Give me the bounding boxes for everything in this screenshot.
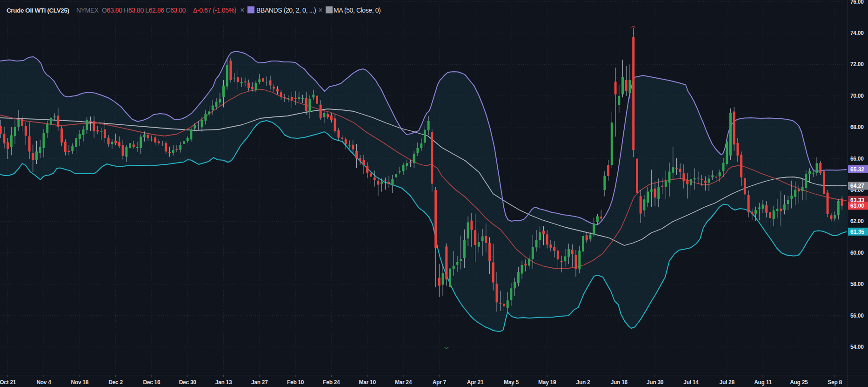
svg-text:65.32: 65.32 (850, 166, 864, 173)
svg-text:Mar 10: Mar 10 (359, 379, 376, 386)
svg-text:Nov 18: Nov 18 (71, 379, 89, 386)
svg-text:May 5: May 5 (504, 379, 519, 386)
svg-text:70.00: 70.00 (850, 93, 864, 99)
svg-text:76.00: 76.00 (850, 0, 864, 5)
svg-text:61.35: 61.35 (850, 229, 864, 235)
svg-text:64.27: 64.27 (850, 183, 864, 189)
svg-text:63.00: 63.00 (850, 203, 864, 209)
svg-text:56.00: 56.00 (850, 312, 864, 319)
svg-text:72.00: 72.00 (850, 61, 864, 68)
svg-text:Aug 11: Aug 11 (754, 379, 772, 386)
svg-text:May 19: May 19 (538, 379, 556, 386)
svg-text:Dec 16: Dec 16 (143, 379, 160, 386)
svg-text:Jun 16: Jun 16 (611, 379, 628, 386)
svg-text:×: × (240, 6, 244, 14)
svg-text:O63.80 H63.80 L62.86 C63.00: O63.80 H63.80 L62.86 C63.00 (102, 7, 186, 14)
svg-text:NYMEX: NYMEX (76, 7, 99, 14)
svg-text:Dec 30: Dec 30 (179, 379, 197, 386)
svg-text:Apr 7: Apr 7 (433, 379, 447, 386)
svg-text:Jun 2: Jun 2 (576, 379, 590, 386)
svg-text:Feb 10: Feb 10 (287, 379, 304, 386)
svg-text:Jan 13: Jan 13 (215, 379, 232, 386)
svg-text:60.00: 60.00 (850, 250, 864, 256)
svg-text:MA (50, Close, 0): MA (50, Close, 0) (334, 7, 381, 14)
svg-text:Aug 25: Aug 25 (790, 379, 808, 386)
svg-text:Jan 27: Jan 27 (251, 379, 268, 386)
svg-text:Jun 30: Jun 30 (647, 379, 664, 386)
svg-text:62.00: 62.00 (850, 218, 864, 224)
svg-text:68.00: 68.00 (850, 124, 864, 130)
svg-text:Jul 14: Jul 14 (683, 379, 699, 386)
svg-text:Nov 4: Nov 4 (36, 379, 51, 386)
svg-text:Dec 2: Dec 2 (108, 379, 123, 386)
svg-text:66.00: 66.00 (850, 156, 864, 162)
svg-text:Oct 21: Oct 21 (0, 379, 16, 386)
svg-text:Apr 21: Apr 21 (467, 379, 484, 386)
svg-text:Feb 24: Feb 24 (323, 379, 340, 386)
svg-text:BBANDS (20, 2, 0, ...): BBANDS (20, 2, 0, ...) (256, 7, 316, 14)
svg-text:Δ-0.67 (-1.05%): Δ-0.67 (-1.05%) (193, 7, 236, 14)
svg-text:Mar 24: Mar 24 (395, 379, 412, 386)
svg-text:Jul 28: Jul 28 (720, 379, 735, 386)
svg-text:Sep 8: Sep 8 (828, 379, 842, 386)
svg-text:×: × (318, 6, 322, 14)
svg-text:54.00: 54.00 (850, 344, 864, 350)
svg-text:74.00: 74.00 (850, 30, 864, 36)
svg-text:58.00: 58.00 (850, 281, 864, 287)
svg-text:Crude Oil WTI (CLV25): Crude Oil WTI (CLV25) (7, 7, 69, 14)
